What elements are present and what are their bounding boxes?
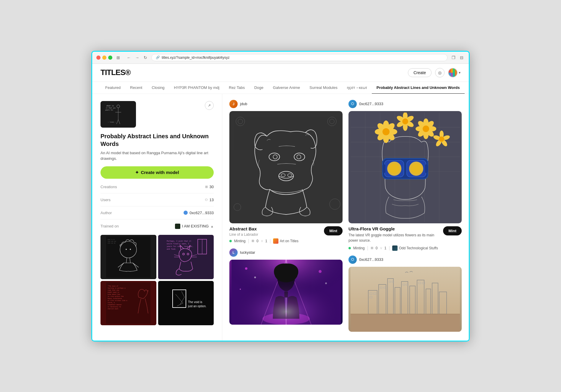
collection-goggle: Odd Technological Stuffs [392,245,438,251]
plus-icon: ⊞ [252,239,254,243]
mint-button-dog[interactable]: Mint [324,226,343,235]
author-dot [184,211,188,215]
odd-collection-thumb [392,245,398,251]
users-label: Users [100,198,111,202]
browser-window: ⊞ ← → ↻ 🔗 titles.xyz/?sample_id=mxcfknii… [91,51,470,341]
tab-probably-abstract[interactable]: Probably Abstract Lines and Unknown Word… [372,82,465,94]
nft-subtitle-dog: Line of a Labrador [229,232,299,237]
tab-rez[interactable]: Rez Tabs [224,82,249,94]
tab-recent[interactable]: Recent [125,82,147,94]
nft-column-2: ⬡ 0xc627...9333 [348,100,462,335]
svg-point-88 [325,282,327,284]
svg-rect-0 [449,69,451,73]
browser-extra-icons: ❐ ⊟ [450,55,465,61]
trained-on-value: I AM EXISTING ▲ [175,224,214,229]
tab-eta[interactable]: ηçσт→κεωτ [342,82,372,94]
browser-nav: ← → ↻ [126,55,148,61]
trained-on-label: Trained on [100,224,119,228]
tab-galverse[interactable]: Galverse Anime [268,82,305,94]
model-thumbnail: what is it that you yearn for [100,101,136,128]
share-icon: ↗ [208,103,211,108]
nft-column-1: J jdub [229,100,343,335]
svg-point-24 [130,249,131,250]
collection-dog: Art on Titles [273,238,298,244]
tab-closing[interactable]: Closing [147,82,169,94]
svg-rect-84 [231,260,341,325]
model-example-3: "The ease of failing is perhaps a sign t… [100,281,156,325]
svg-text:sign that one: sign that one [108,289,119,291]
collection-name-dog: Art on Titles [280,239,298,243]
mint-button-goggle[interactable]: Mint [443,226,462,235]
share-button[interactable]: ↗ [205,101,214,110]
svg-point-89 [240,289,241,290]
dropdown-icon: ▾ [459,71,461,75]
svg-text:is necessary to: is necessary to [108,306,121,308]
users-value: ⚇ 13 [205,198,214,202]
svg-point-107 [411,163,421,174]
svg-text:that you say: that you say [108,240,116,242]
author-value: 0xc627...9333 [184,211,214,215]
svg-text:The void is: The void is [188,300,202,304]
avatar [448,68,458,77]
model-thumbnail-grid: what is it that you say when you do [100,235,214,325]
screenshot-icon[interactable]: ❐ [450,55,456,61]
collection-thumb [273,238,278,244]
tab-surreal[interactable]: Surreal Modules [305,82,342,94]
svg-text:failing is perhaps a: failing is perhaps a [108,287,125,289]
stat-author: Author 0xc627...9333 [100,211,214,215]
svg-point-85 [245,267,247,270]
svg-rect-62 [231,113,341,222]
nft-image-concert [229,260,343,325]
stat-creations: Creations ⊞ 30 [100,185,214,189]
content-columns: J jdub [229,100,462,335]
tab-hyp3r[interactable]: HYP3R PHANTOM by mdj [169,82,224,94]
url-bar[interactable]: 🔗 titles.xyz/?sample_id=mxcfkniifpuyakl4… [151,54,447,61]
tab-featured[interactable]: Featured [100,82,125,94]
svg-text:to rise within the: to rise within the [108,295,124,297]
browser-max-btn[interactable] [108,56,112,60]
svg-text:what is it: what is it [108,239,115,240]
svg-text:storm, a: storm, a [108,302,115,303]
app-container: TITLES® Create ◎ [92,64,469,341]
svg-text:steadfast manner: steadfast manner [108,304,122,305]
fork-count: 1 [265,239,267,243]
svg-rect-109 [425,164,428,173]
svg-text:— lines —: — lines — [108,121,116,123]
browser-min-btn[interactable] [102,56,106,60]
svg-text:it that you: it that you [106,107,116,109]
tab-doge[interactable]: Doge [249,82,268,94]
desert-art-background [348,267,462,332]
plus-count: 0 [257,239,259,243]
forward-icon[interactable]: → [134,55,140,61]
browser-close-btn[interactable] [96,56,100,60]
svg-text:know about how: know about how [108,293,120,295]
back-icon[interactable]: ← [126,55,132,61]
expand-icon[interactable]: ▲ [210,225,214,228]
minting-dot-goggle [348,247,351,249]
svg-text:and food.: and food. [167,248,176,250]
refresh-icon[interactable]: ↻ [142,55,148,61]
creator-avatar-0xc627: ⬡ [348,100,357,108]
content-area: J jdub [222,94,469,341]
avatar-group[interactable]: ▾ [448,68,461,77]
nft-details-goggle: Ultra-Flora VR Goggle The latest VR gogg… [348,226,441,251]
create-button[interactable]: Create [408,68,432,77]
nft-card-dog: J jdub [229,100,343,244]
creations-value: ⊞ 30 [205,185,214,189]
model-stats: Creations ⊞ 30 Users ⚇ 13 [100,185,214,229]
compass-icon-btn[interactable]: ◎ [435,68,445,77]
svg-rect-6 [455,69,457,77]
create-with-model-button[interactable]: ✦ Create with model [100,166,214,179]
tab-legend[interactable]: Legend... [465,82,469,94]
svg-text:cherish each: cherish each [108,308,118,310]
svg-point-128 [423,126,429,132]
svg-rect-4 [451,73,453,77]
nft-card-goggle: ⬡ 0xc627...9333 [348,100,462,251]
svg-point-86 [254,276,256,278]
nft-details-dog: Abstract Bax Line of a Labrador Minting … [229,226,299,244]
split-icon[interactable]: ⊟ [459,55,465,61]
creations-label: Creations [100,185,117,189]
sidebar-toggle-icon[interactable]: ⊞ [115,55,121,61]
plus-count-goggle: 0 [376,246,378,250]
svg-text:"The ease of: "The ease of [108,285,118,287]
